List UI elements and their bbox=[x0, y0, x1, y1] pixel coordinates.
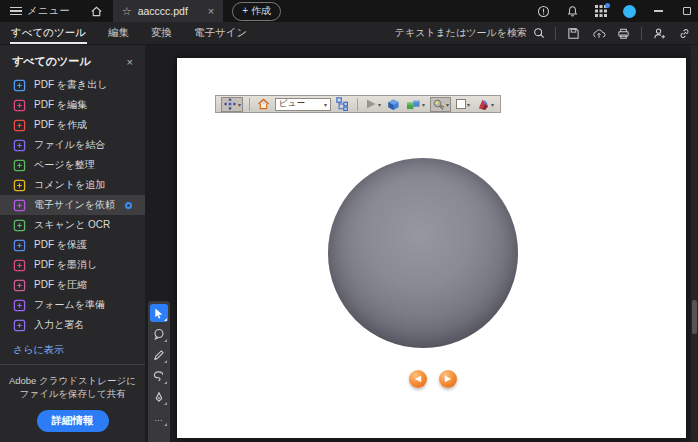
previous-page-button[interactable]: ◀ bbox=[409, 370, 427, 388]
minimize-icon bbox=[654, 10, 663, 12]
dropdown-caret-icon: ▾ bbox=[491, 101, 494, 108]
notifications-button[interactable] bbox=[565, 4, 579, 18]
favorite-star-icon[interactable]: ☆ bbox=[122, 5, 132, 18]
divider bbox=[555, 27, 556, 40]
divider bbox=[641, 27, 642, 40]
sidebar-tool-item[interactable]: PDF を保護 bbox=[0, 235, 145, 255]
ribbon-tab[interactable]: 電子サイン bbox=[183, 22, 258, 44]
vertical-scrollbar[interactable] bbox=[691, 45, 698, 442]
dropdown-caret-icon: ▾ bbox=[446, 101, 449, 108]
default-view-button[interactable] bbox=[256, 97, 271, 112]
draw-tool-button[interactable] bbox=[150, 346, 168, 364]
sidebar-tool-item[interactable]: フォームを準備 bbox=[0, 295, 145, 315]
printer-icon bbox=[617, 27, 630, 40]
model-tree-button[interactable] bbox=[335, 97, 351, 112]
share-link-button[interactable] bbox=[677, 26, 692, 41]
all-tools-panel: すべてのツール × PDF を書き出し bbox=[0, 45, 145, 442]
sidebar-tool-item[interactable]: PDF を墨消し bbox=[0, 255, 145, 275]
rotate-tool-button[interactable]: ▾ bbox=[221, 97, 243, 112]
export-pdf-icon bbox=[13, 79, 26, 92]
scrollbar-thumb[interactable] bbox=[692, 300, 697, 334]
home-button[interactable] bbox=[80, 5, 113, 18]
sidebar-tool-item[interactable]: コメントを追加 bbox=[0, 175, 145, 195]
sidebar-tool-item[interactable]: PDF を作成 bbox=[0, 115, 145, 135]
help-button[interactable] bbox=[536, 4, 550, 18]
tab-close-icon[interactable]: × bbox=[208, 5, 214, 17]
fill-sign-icon bbox=[13, 319, 26, 332]
apps-grid-button[interactable] bbox=[594, 4, 608, 18]
panel-title: すべてのツール bbox=[12, 54, 91, 69]
play-icon bbox=[365, 98, 377, 110]
prepare-form-icon bbox=[13, 299, 26, 312]
user-avatar[interactable] bbox=[623, 5, 636, 18]
document-canvas: ▾ ビュー ▾ bbox=[145, 45, 698, 442]
divider bbox=[249, 98, 250, 111]
save-button[interactable] bbox=[566, 26, 581, 41]
divider bbox=[0, 364, 145, 365]
dropdown-caret-icon: ▾ bbox=[238, 101, 241, 108]
view-dropdown-value: ビュー bbox=[279, 98, 305, 110]
quick-tools-bar: … bbox=[148, 301, 170, 442]
create-button[interactable]: + 作成 bbox=[232, 2, 281, 21]
3d-sphere-model[interactable] bbox=[328, 158, 518, 348]
minimize-button[interactable] bbox=[651, 4, 665, 18]
menu-button[interactable]: メニュー bbox=[0, 4, 80, 18]
ribbon-tabs: すべてのツール編集変換電子サイン bbox=[0, 22, 258, 44]
sidebar-tool-item[interactable]: スキャンと OCR bbox=[0, 215, 145, 235]
share-upload-button[interactable] bbox=[591, 26, 606, 41]
create-pdf-icon bbox=[13, 119, 26, 132]
organize-pages-icon bbox=[13, 159, 26, 172]
cross-section-icon bbox=[476, 98, 490, 111]
select-tool-button[interactable] bbox=[150, 304, 168, 322]
sidebar-tool-item[interactable]: ページを整理 bbox=[0, 155, 145, 175]
dropdown-caret-icon: ▾ bbox=[422, 101, 425, 108]
lighting-icon bbox=[432, 98, 445, 111]
rotate-3d-icon bbox=[223, 97, 237, 111]
sign-tool-button[interactable] bbox=[150, 388, 168, 406]
learn-more-button[interactable]: 詳細情報 bbox=[37, 410, 109, 432]
pen-nib-icon bbox=[153, 391, 165, 403]
sidebar-tool-item[interactable]: PDF を圧縮 bbox=[0, 275, 145, 295]
protect-pdf-icon bbox=[13, 239, 26, 252]
restore-button[interactable] bbox=[680, 4, 694, 18]
view-dropdown[interactable]: ビュー ▾ bbox=[275, 98, 331, 111]
sidebar-tool-item[interactable]: ファイルを結合 bbox=[0, 135, 145, 155]
ellipsis-icon: … bbox=[154, 413, 164, 423]
sidebar-tool-item[interactable]: PDF を編集 bbox=[0, 95, 145, 115]
tools-list: PDF を書き出し PDF を編集 bbox=[0, 75, 145, 335]
request-signature-button[interactable] bbox=[652, 26, 667, 41]
lasso-tool-button[interactable] bbox=[150, 367, 168, 385]
hamburger-icon bbox=[10, 7, 22, 15]
play-animation-button[interactable]: ▾ bbox=[364, 97, 382, 112]
ribbon-tab[interactable]: 変換 bbox=[140, 22, 183, 44]
cross-section-button[interactable]: ▾ bbox=[475, 97, 495, 112]
ribbon-bar: すべてのツール編集変換電子サイン テキストまたはツールを検索 bbox=[0, 22, 698, 45]
document-tab[interactable]: ☆ aacccc.pdf × bbox=[113, 0, 224, 22]
dropdown-caret-icon: ▾ bbox=[378, 101, 381, 108]
view-more-link[interactable]: さらに表示 bbox=[0, 335, 145, 357]
ribbon-tab[interactable]: すべてのツール bbox=[0, 22, 97, 44]
panel-close-icon[interactable]: × bbox=[127, 56, 133, 68]
comment-bubble-icon bbox=[153, 328, 165, 340]
print-button[interactable] bbox=[616, 26, 631, 41]
background-color-button[interactable]: ▾ bbox=[455, 97, 471, 112]
dropdown-caret-icon: ▾ bbox=[324, 101, 327, 108]
extra-lighting-button[interactable]: ▾ bbox=[430, 97, 451, 112]
search-tools-button[interactable]: テキストまたはツールを検索 bbox=[395, 26, 545, 40]
next-page-button[interactable]: ▶ bbox=[439, 370, 457, 388]
sidebar-tool-item[interactable]: PDF を書き出し bbox=[0, 75, 145, 95]
search-icon bbox=[533, 27, 545, 39]
render-mode-button[interactable]: ▾ bbox=[405, 97, 426, 112]
ribbon-tab[interactable]: 編集 bbox=[97, 22, 140, 44]
lasso-icon bbox=[153, 370, 165, 382]
notification-dot bbox=[605, 3, 610, 8]
save-icon bbox=[567, 27, 580, 40]
more-tools-button[interactable]: … bbox=[150, 409, 168, 427]
sidebar-tool-item[interactable]: 電子サインを依頼 bbox=[0, 195, 145, 215]
projection-button[interactable] bbox=[386, 97, 401, 112]
comment-tool-button[interactable] bbox=[150, 325, 168, 343]
bell-icon bbox=[566, 5, 579, 18]
restore-icon bbox=[683, 7, 691, 15]
scan-ocr-icon bbox=[13, 219, 26, 232]
sidebar-tool-item[interactable]: 入力と署名 bbox=[0, 315, 145, 335]
